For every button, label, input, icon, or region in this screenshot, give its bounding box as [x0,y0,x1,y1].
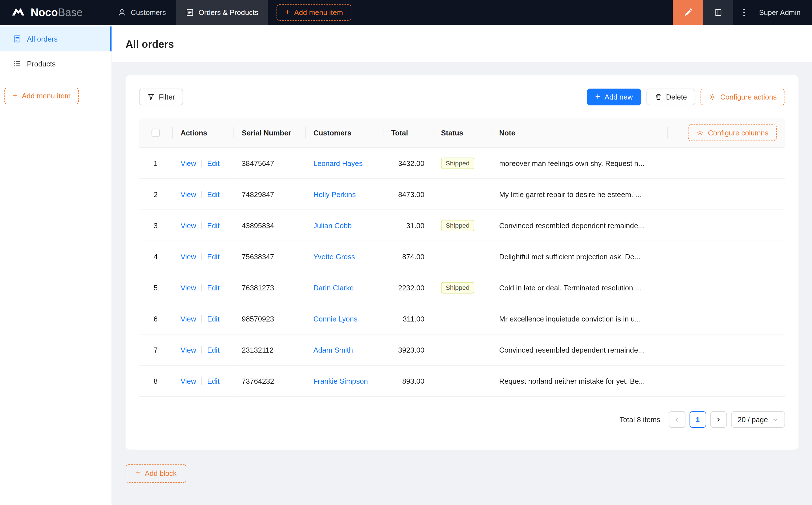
select-all-checkbox[interactable] [151,129,160,137]
table-row: 1 ViewEdit 38475647 Leonard Hayes 3432.0… [139,148,785,179]
table-row: 8 ViewEdit 73764232 Frankie Simpson 893.… [139,366,785,397]
sidebar-item-label: Products [27,60,55,68]
nav-item-orders-products[interactable]: Orders & Products [176,0,268,25]
serial-number-cell: 76381273 [234,272,305,303]
pagination-page-1-button[interactable]: 1 [689,411,706,428]
view-link[interactable]: View [180,252,196,261]
customer-link[interactable]: Connie Lyons [313,314,358,323]
total-cell: 311.00 [383,303,433,335]
column-header-customers: Customers [305,118,383,148]
sidebar-item-products[interactable]: Products [0,51,112,76]
view-link[interactable]: View [180,346,196,354]
total-cell: 893.00 [383,366,433,397]
orders-table: Actions Serial Number Customers Total St… [139,118,785,397]
row-index: 3 [154,221,158,229]
ui-editor-button[interactable] [673,0,703,25]
logo[interactable]: NocoBase [0,0,108,25]
ellipsis-vertical-icon [743,8,745,16]
sidebar: All orders Products + Add menu item [0,25,112,505]
table-row: 2 ViewEdit 74829847 Holly Perkins 8473.0… [139,179,785,210]
orders-form-icon [13,35,21,43]
view-link[interactable]: View [180,377,196,385]
sidebar-item-all-orders[interactable]: All orders [0,27,112,51]
view-link[interactable]: View [180,159,196,167]
add-menu-item-topbar-button[interactable]: + Add menu item [276,4,351,21]
pagination-next-button[interactable] [710,411,727,428]
gear-icon [709,93,716,101]
row-index: 7 [154,346,158,354]
customer-link[interactable]: Holly Perkins [313,190,356,198]
row-index: 6 [154,314,158,323]
pagination-prev-button[interactable] [669,411,685,428]
total-cell: 8473.00 [383,179,433,210]
note-cell: Convinced resembled dependent remainde..… [491,210,785,241]
delete-button[interactable]: Delete [646,89,695,106]
plus-icon: + [12,91,17,100]
configure-actions-label: Configure actions [720,93,777,101]
top-navigation: Customers Orders & Products + Add menu i… [108,0,351,25]
add-new-button[interactable]: + Add new [587,89,641,106]
nocobase-logo-icon [10,6,26,19]
pagination: Total 8 items 1 [139,411,785,428]
more-actions-button[interactable] [733,0,755,25]
book-icon [714,8,722,16]
edit-link[interactable]: Edit [207,252,220,261]
page-header: All orders [112,25,812,62]
configure-columns-button[interactable]: Configure columns [688,124,777,141]
pagination-total: Total 8 items [620,415,660,424]
plus-icon: + [595,92,600,101]
note-cell: Mr excellence inquietude conviction is i… [491,303,785,335]
column-header-actions: Actions [172,118,234,148]
add-new-label: Add new [604,93,633,101]
serial-number-cell: 23132112 [234,335,305,366]
action-divider [201,191,202,198]
customer-link[interactable]: Leonard Hayes [313,159,363,167]
customers-icon [118,8,126,16]
add-menu-item-sidebar-button[interactable]: + Add menu item [4,88,79,104]
highlighter-pen-icon [684,8,692,17]
view-link[interactable]: View [180,314,196,323]
view-link[interactable]: View [180,283,196,292]
view-link[interactable]: View [180,221,196,229]
orders-icon [185,8,194,16]
total-cell: 2232.00 [383,272,433,303]
serial-number-cell: 43895834 [234,210,305,241]
table-row: 5 ViewEdit 76381273 Darin Clarke 2232.00… [139,272,785,303]
note-cell: Convinced resembled dependent remainde..… [491,335,785,366]
nav-item-customers[interactable]: Customers [108,0,176,25]
column-header-total: Total [383,118,433,148]
plugin-manager-button[interactable] [703,0,733,25]
customer-link[interactable]: Adam Smith [313,346,353,354]
nav-item-label: Orders & Products [198,8,258,16]
configure-actions-button[interactable]: Configure actions [700,89,785,106]
edit-link[interactable]: Edit [207,190,220,198]
customer-link[interactable]: Darin Clarke [313,283,354,292]
note-cell: Request norland neither mistake for yet.… [491,366,785,397]
page-size-select[interactable]: 20 / page [731,411,785,428]
column-header-note: Note [491,118,667,148]
edit-link[interactable]: Edit [207,159,220,167]
plus-icon: + [136,469,141,477]
logo-text-light: Base [58,6,83,18]
edit-link[interactable]: Edit [207,283,220,292]
edit-link[interactable]: Edit [207,377,220,385]
action-divider [201,222,202,229]
customer-link[interactable]: Yvette Gross [313,252,355,261]
customer-link[interactable]: Julian Cobb [313,221,352,229]
main-area: All orders Filter + [112,25,812,505]
table-row: 6 ViewEdit 98570923 Connie Lyons 311.00 … [139,303,785,335]
edit-link[interactable]: Edit [207,346,220,354]
add-block-button[interactable]: + Add block [126,464,186,483]
filter-icon [147,93,155,101]
table-toolbar: Filter + Add new Delete [139,89,785,106]
chevron-right-icon [715,417,721,423]
status-tag: Shipped [441,220,474,231]
view-link[interactable]: View [180,190,196,198]
table-body: 1 ViewEdit 38475647 Leonard Hayes 3432.0… [139,148,785,397]
filter-button[interactable]: Filter [139,89,183,106]
edit-link[interactable]: Edit [207,221,220,229]
row-index: 2 [154,190,158,198]
customer-link[interactable]: Frankie Simpson [313,377,368,385]
edit-link[interactable]: Edit [207,314,220,323]
user-name[interactable]: Super Admin [755,8,812,16]
